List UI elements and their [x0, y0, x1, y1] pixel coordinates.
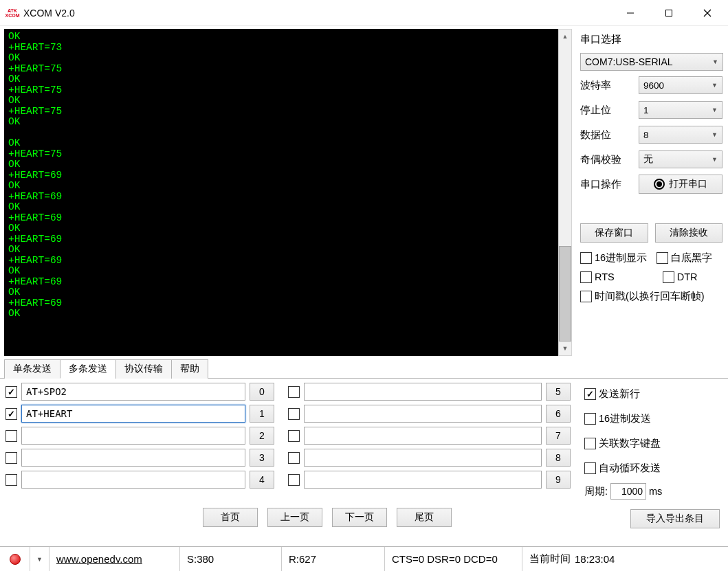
send-slot-button[interactable]: 2 [250, 427, 274, 445]
current-time-value: 18:23:04 [575, 553, 615, 565]
timestamp-checkbox[interactable] [580, 291, 592, 302]
period-label: 周期: [584, 485, 608, 498]
send-command-input[interactable] [21, 383, 245, 401]
chevron-down-icon: ▼ [712, 82, 718, 89]
port-combo[interactable]: COM7:USB-SERIAL ▼ [580, 53, 723, 71]
send-command-input[interactable] [21, 471, 245, 489]
white-bg-checkbox[interactable] [657, 252, 668, 264]
send-row: 7 [288, 427, 571, 445]
app-logo: ATK XCOM [4, 5, 21, 21]
rts-checkbox[interactable] [580, 271, 592, 283]
period-input[interactable] [610, 483, 646, 500]
send-newline-label: 发送新行 [599, 388, 640, 401]
send-command-input[interactable] [304, 405, 542, 423]
console-scrollbar[interactable]: ▲ ▼ [558, 29, 572, 356]
first-page-button[interactable]: 首页 [203, 508, 258, 527]
send-row-checkbox[interactable] [5, 452, 17, 464]
tab-single-send[interactable]: 单条发送 [4, 359, 60, 379]
send-command-input[interactable] [21, 427, 245, 445]
send-row-checkbox[interactable] [288, 452, 300, 464]
send-row: 4 [5, 471, 274, 489]
send-command-input[interactable] [304, 471, 542, 489]
close-button[interactable] [688, 1, 727, 25]
send-row-checkbox[interactable] [5, 408, 17, 420]
dtr-checkbox[interactable] [663, 271, 674, 283]
parity-combo[interactable]: 无▼ [639, 150, 723, 168]
import-export-button[interactable]: 导入导出条目 [630, 509, 720, 528]
send-slot-button[interactable]: 3 [250, 449, 274, 467]
send-slot-button[interactable]: 5 [546, 383, 571, 401]
send-slot-button[interactable]: 4 [250, 471, 274, 489]
send-row-checkbox[interactable] [5, 430, 17, 442]
maximize-button[interactable] [650, 1, 688, 25]
send-row-checkbox[interactable] [288, 474, 300, 486]
status-menu-icon[interactable]: ▼ [36, 556, 43, 563]
stopbits-combo[interactable]: 1▼ [639, 101, 723, 119]
send-row-checkbox[interactable] [288, 386, 300, 398]
clear-receive-button[interactable]: 清除接收 [655, 223, 723, 243]
serial-console[interactable]: OK +HEART=73 OK +HEART=75 OK +HEART=75 O… [4, 29, 558, 356]
chevron-down-icon: ▼ [712, 131, 718, 138]
send-command-input[interactable] [304, 427, 542, 445]
parity-label: 奇偶校验 [580, 153, 621, 166]
window-title: XCOM V2.0 [23, 8, 611, 19]
send-row-checkbox[interactable] [288, 408, 300, 420]
tab-help[interactable]: 帮助 [171, 359, 208, 379]
vendor-url-link[interactable]: www.openedv.com [56, 553, 142, 565]
numpad-checkbox[interactable] [584, 438, 596, 449]
numpad-label: 关联数字键盘 [599, 437, 661, 450]
auto-loop-checkbox[interactable] [584, 462, 596, 474]
hex-send-checkbox[interactable] [584, 413, 596, 425]
dtr-label: DTR [677, 271, 698, 282]
open-serial-button[interactable]: 打开串口 [639, 175, 723, 194]
send-row: 3 [5, 449, 274, 467]
received-bytes-label: R:627 [289, 553, 316, 565]
last-page-button[interactable]: 尾页 [397, 508, 452, 527]
serial-op-label: 串口操作 [580, 178, 621, 191]
current-time-prefix: 当前时间 [529, 552, 571, 566]
send-slot-button[interactable]: 7 [546, 427, 571, 445]
send-column-right: 56789 [288, 383, 571, 500]
send-row-checkbox[interactable] [5, 474, 17, 486]
port-select-label: 串口选择 [580, 33, 723, 46]
next-page-button[interactable]: 下一页 [332, 508, 387, 527]
tab-multi-send[interactable]: 多条发送 [60, 359, 116, 379]
send-row: 9 [288, 471, 571, 489]
send-slot-button[interactable]: 6 [546, 405, 571, 423]
baud-combo[interactable]: 9600▼ [639, 76, 723, 94]
chevron-down-icon: ▼ [712, 107, 718, 113]
send-command-input[interactable] [21, 449, 245, 467]
send-slot-button[interactable]: 9 [546, 471, 571, 489]
status-bar: ▼ www.openedv.com S:380 R:627 CTS=0 DSR=… [0, 546, 728, 571]
rts-label: RTS [595, 271, 615, 282]
hex-send-label: 16进制发送 [599, 412, 651, 425]
send-tabs: 单条发送 多条发送 协议传输 帮助 [0, 359, 728, 379]
send-row: 0 [5, 383, 274, 401]
send-slot-button[interactable]: 0 [250, 383, 274, 401]
minimize-button[interactable] [611, 1, 650, 25]
sent-bytes-label: S:380 [187, 553, 214, 565]
databits-label: 数据位 [580, 128, 611, 142]
send-command-input[interactable] [21, 405, 245, 423]
databits-combo[interactable]: 8▼ [639, 126, 723, 144]
prev-page-button[interactable]: 上一页 [267, 508, 322, 527]
send-command-input[interactable] [304, 449, 542, 467]
send-row: 1 [5, 405, 274, 423]
send-slot-button[interactable]: 1 [250, 405, 274, 423]
hex-display-checkbox[interactable] [580, 252, 592, 264]
white-bg-label: 白底黑字 [671, 251, 712, 265]
tab-protocol[interactable]: 协议传输 [115, 359, 172, 379]
send-newline-checkbox[interactable] [584, 388, 596, 400]
titlebar: ATK XCOM XCOM V2.0 [0, 0, 728, 26]
save-window-button[interactable]: 保存窗口 [580, 223, 648, 243]
scroll-down-icon[interactable]: ▼ [559, 342, 571, 355]
send-row-checkbox[interactable] [288, 430, 300, 442]
send-slot-button[interactable]: 8 [546, 449, 571, 467]
send-row-checkbox[interactable] [5, 386, 17, 398]
record-status-icon[interactable] [10, 554, 21, 565]
svg-rect-1 [666, 10, 672, 16]
timestamp-label: 时间戳(以换行回车断帧) [595, 290, 705, 303]
scroll-up-icon[interactable]: ▲ [559, 30, 571, 43]
scroll-thumb[interactable] [559, 246, 571, 342]
send-command-input[interactable] [304, 383, 542, 401]
